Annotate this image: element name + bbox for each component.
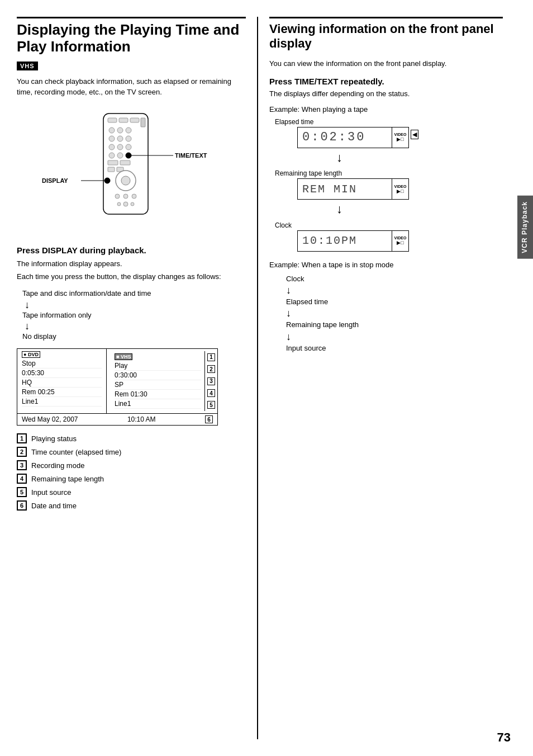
svg-point-15: [117, 153, 123, 158]
remote-diagram: TIME/TEXT DISPLAY: [17, 108, 246, 237]
elapsed-display-wrapper: 0:02:30 VIDEO ▶□ ◀: [297, 127, 503, 148]
rem-tape-left: Rem 00:25: [22, 388, 55, 396]
press-display-header: Press DISPLAY during playback.: [17, 245, 246, 255]
example1-label: Example: When playing a tape: [269, 105, 503, 114]
side-tab: VCR Playback: [517, 196, 533, 259]
video-icon-2: ▶□: [397, 188, 403, 194]
legend-num-4: 4: [17, 474, 27, 484]
stop-mode-section: Example: When a tape is in stop mode Clo…: [269, 261, 503, 355]
remote-svg: TIME/TEXT DISPLAY: [36, 108, 226, 237]
time-counter-left: 0:05:30: [22, 369, 44, 377]
press-display-body2: Each time you press the button, the disp…: [17, 271, 246, 282]
flow-container: Tape and disc information/date and time …: [22, 288, 246, 343]
legend-text-6: Date and time: [31, 502, 77, 510]
legend-item-1: 1 Playing status: [17, 433, 246, 443]
num-badge-3: 3: [207, 377, 215, 385]
svg-point-29: [123, 194, 128, 199]
stop-clock-label: Clock: [286, 275, 304, 283]
right-body: You can view the information on the fron…: [269, 58, 503, 69]
video-icon-1: ▶□: [397, 136, 403, 142]
legend-text-3: Recording mode: [31, 461, 84, 470]
video-badge-1: VIDEO ▶□: [392, 127, 408, 148]
elapsed-label: Elapsed time: [275, 118, 503, 126]
info-left-row4: Rem 00:25: [22, 388, 102, 397]
svg-point-30: [132, 194, 136, 199]
flow-label-2: Tape information only: [22, 311, 92, 319]
svg-rect-1: [108, 118, 117, 122]
num-badge-6: 6: [205, 415, 213, 423]
stop-arrow-1: ↓: [286, 285, 503, 295]
clock-display: 10:10PM VIDEO ▶□: [297, 230, 409, 252]
video-text-1: VIDEO: [394, 133, 407, 136]
legend-item-2: 2 Time counter (elapsed time): [17, 447, 246, 457]
svg-point-12: [117, 144, 123, 150]
elapsed-display-text: 0:02:30: [298, 130, 365, 144]
num-badge-2: 2: [207, 365, 215, 373]
legend-text-1: Playing status: [31, 434, 77, 443]
right-title: Viewing information on the front panel d…: [269, 17, 503, 51]
svg-point-28: [115, 194, 120, 199]
video-icon-3: ▶□: [397, 240, 403, 245]
vhs-badge-box: ■ VHS: [115, 353, 132, 360]
svg-point-11: [109, 144, 115, 150]
svg-point-8: [109, 136, 115, 141]
right-column: Viewing information on the front panel d…: [257, 17, 503, 739]
vhs-badge: VHS: [17, 62, 38, 70]
remaining-display: REM MIN VIDEO ▶□: [297, 178, 409, 200]
info-left-row1: Stop: [22, 359, 102, 368]
clock-display-text: 10:10PM: [298, 234, 357, 247]
info-right-header: ■ VHS: [115, 353, 201, 360]
svg-point-24: [121, 176, 130, 185]
footer-date: Wed May 02, 2007: [22, 415, 78, 423]
info-display-inner: ● DVD Stop 0:05:30 HQ Rem 00:25: [17, 349, 217, 413]
input-right: Line1: [115, 400, 131, 408]
svg-point-10: [126, 136, 131, 141]
legend-item-5: 5 Input source: [17, 487, 246, 497]
stop-elapsed-label: Elapsed time: [286, 297, 328, 306]
svg-point-7: [126, 127, 131, 133]
svg-point-5: [109, 127, 115, 133]
page-number: 73: [497, 730, 511, 745]
svg-point-25: [104, 178, 110, 183]
footer-time: 10:10 AM: [127, 415, 156, 423]
left-column: Displaying the Playing Time and Play Inf…: [17, 17, 257, 739]
legend-num-1: 1: [17, 433, 27, 443]
video-text-2: VIDEO: [394, 185, 407, 188]
legend-num-2: 2: [17, 447, 27, 457]
svg-point-14: [109, 153, 115, 158]
svg-point-33: [131, 202, 134, 206]
svg-text:TIME/TEXT: TIME/TEXT: [175, 152, 207, 159]
svg-point-6: [117, 127, 123, 133]
info-left-row5: Line1: [22, 397, 102, 407]
svg-point-16: [126, 153, 131, 158]
flow-arrow-1: ↓: [25, 300, 246, 310]
dvd-badge: ● DVD: [22, 351, 40, 358]
info-display-box: ● DVD Stop 0:05:30 HQ Rem 00:25: [17, 348, 218, 426]
video-text-3: VIDEO: [394, 236, 407, 240]
info-left-row2: 0:05:30: [22, 368, 102, 378]
down-arrow-2: ↓: [336, 202, 503, 216]
time-counter-right: 0:30:00: [115, 371, 137, 379]
flow-item-2: Tape information only ↓: [22, 310, 246, 332]
info-right-row4: Rem 01:30: [115, 390, 201, 399]
stop-arrow-2: ↓: [286, 308, 503, 318]
info-right-row2: 0:30:00: [115, 371, 201, 380]
stop-input-item: Input source: [286, 342, 503, 355]
video-badge-3: VIDEO ▶□: [392, 231, 408, 251]
side-arrow-1: ◀: [411, 130, 418, 139]
svg-point-32: [123, 202, 128, 206]
flow-arrow-2: ↓: [25, 321, 246, 331]
input-left: Line1: [22, 398, 38, 405]
legend-text-4: Remaining tape length: [31, 475, 104, 483]
stop-label: Stop: [22, 360, 36, 367]
info-left-header: ● DVD: [22, 351, 102, 358]
page-container: Displaying the Playing Time and Play Inf…: [0, 0, 533, 756]
clock-label: Clock: [275, 221, 503, 229]
remaining-display-text: REM MIN: [298, 183, 357, 196]
clock-display-wrapper: 10:10PM VIDEO ▶□: [297, 230, 503, 252]
num-badge-5: 5: [207, 401, 215, 409]
press-header: Press TIME/TEXT repeatedly.: [269, 77, 503, 86]
flow-label-1: Tape and disc information/date and time: [22, 289, 151, 297]
svg-rect-4: [141, 118, 145, 127]
svg-point-31: [117, 202, 121, 206]
